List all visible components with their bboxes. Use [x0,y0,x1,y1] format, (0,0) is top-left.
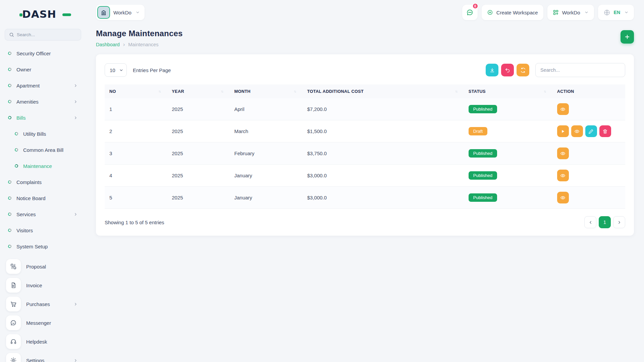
create-workspace-button[interactable]: Create Workspace [482,5,543,20]
view-button[interactable] [557,192,569,203]
cell-year: 2025 [167,187,229,209]
sidebar-item-notice-board[interactable]: Notice Board [5,190,81,206]
pagination-next-button[interactable] [613,216,625,228]
create-workspace-label: Create Workspace [496,10,538,15]
column-header-no[interactable]: NO↑↓ [105,84,167,98]
search-icon [9,32,14,37]
sidebar-item-visitors[interactable]: Visitors [5,222,81,238]
messenger-icon-tile [6,315,21,330]
publish-button[interactable] [557,125,569,137]
cell-year: 2025 [167,165,229,187]
sort-icon[interactable]: ↑↓ [294,89,298,93]
building-icon [97,6,110,19]
column-header-year[interactable]: YEAR↑↓ [167,84,229,98]
donut-icon [7,51,12,55]
chevron-down-icon [624,9,629,15]
sidebar-item-security-officer[interactable]: Security Officer [5,45,81,61]
proposal-icon-tile [6,259,21,274]
table-footer: Showing 1 to 5 of 5 entries 1 [105,216,625,228]
sort-icon[interactable]: ↑↓ [221,89,225,93]
cell-cost: $3,750.0 [303,142,464,165]
sidebar-item-label: Settings [26,358,44,362]
reload-button[interactable] [517,64,529,76]
sidebar-item-system-setup[interactable]: System Setup [5,238,81,254]
view-button[interactable] [571,125,583,137]
cell-year: 2025 [167,142,229,165]
app-menu-button[interactable]: WorkDo [547,5,594,20]
eye-icon [560,151,566,156]
view-button[interactable] [557,170,569,181]
cell-cost: $1,500.0 [303,120,464,142]
donut-icon [7,228,12,232]
pagination-page-1-button[interactable]: 1 [599,216,611,228]
edit-button[interactable] [585,125,597,137]
status-badge: Published [469,171,497,180]
table-row: 12025April$7,200.0Published [105,98,625,120]
sidebar-item-proposal[interactable]: Proposal [5,257,81,276]
sidebar-item-settings[interactable]: Settings [5,351,81,362]
sort-icon[interactable]: ↑↓ [544,89,548,93]
workspace-switcher[interactable]: WorkDo [96,5,145,20]
refresh-icon [520,67,526,73]
page-head: Manage Maintenances Dashboard › Maintena… [96,29,634,48]
donut-icon [7,180,12,184]
sidebar-search-input[interactable] [17,32,77,37]
sidebar-item-services[interactable]: Services [5,206,81,222]
view-button[interactable] [557,147,569,159]
sidebar-item-complaints[interactable]: Complaints [5,174,81,190]
cart-icon [10,301,17,307]
table-search-input[interactable] [535,63,625,77]
sidebar-item-apartment[interactable]: Apartment [5,77,81,94]
play-icon [560,129,566,134]
breadcrumb: Dashboard › Maintenances [96,42,183,48]
donut-icon [7,115,12,120]
sort-icon[interactable]: ↑↓ [455,89,459,93]
sidebar-item-helpdesk[interactable]: Helpdesk [5,332,81,351]
language-selector[interactable]: EN [598,5,634,20]
sort-icon[interactable]: ↑↓ [158,89,162,93]
reset-button[interactable] [501,64,514,76]
column-header-month[interactable]: MONTH↑↓ [229,84,302,98]
messages-button[interactable]: 0 [462,5,478,20]
entries-per-page-select[interactable]: 10 [105,63,127,77]
cell-month: January [229,165,302,187]
sidebar-item-maintenance[interactable]: Maintenance [5,158,81,174]
chevron-down-icon [584,9,589,15]
chat-icon [466,9,474,16]
logo-dot-icon [19,13,22,16]
sidebar-item-label: Common Area Bill [23,147,63,153]
sidebar-item-purchases[interactable]: Purchases [5,295,81,313]
status-badge: Published [469,193,497,202]
chevron-right-icon [73,100,78,104]
sidebar-item-label: Owner [16,67,31,72]
plus-icon [624,34,630,40]
eye-icon [560,107,566,112]
add-maintenance-button[interactable] [621,30,634,44]
sidebar-item-utility-bills[interactable]: Utility Bills [5,126,81,142]
brand-logo[interactable]: DASH [22,8,66,21]
view-button[interactable] [557,103,569,115]
column-header-total-additional-cost[interactable]: TOTAL ADDITIONAL COST↑↓ [303,84,464,98]
column-header-status[interactable]: STATUS↑↓ [464,84,552,98]
delete-button[interactable] [599,125,611,137]
export-button[interactable] [486,64,498,76]
sidebar-item-owner[interactable]: Owner [5,61,81,77]
maintenances-table: NO↑↓YEAR↑↓MONTH↑↓TOTAL ADDITIONAL COST↑↓… [105,84,625,209]
sidebar-item-messenger[interactable]: Messenger [5,313,81,332]
sidebar-item-amenities[interactable]: Amenities [5,94,81,110]
showing-entries-text: Showing 1 to 5 of 5 entries [105,220,164,225]
pagination-prev-button[interactable] [584,216,596,228]
globe-icon [603,9,610,16]
sidebar-item-label: Complaints [16,179,42,185]
app-root: DASH Security OfficerOwnerApartmentAmeni… [0,0,644,362]
chevron-right-icon [617,220,622,225]
donut-icon [14,147,18,152]
sidebar-item-common-area-bill[interactable]: Common Area Bill [5,142,81,158]
sidebar-item-invoice[interactable]: Invoice [5,276,81,295]
breadcrumb-current: Maintenances [128,42,158,47]
pencil-icon [588,129,594,134]
table-row: 22025March$1,500.0Draft [105,120,625,142]
sidebar-item-bills[interactable]: Bills [5,110,81,126]
breadcrumb-dashboard-link[interactable]: Dashboard [96,42,120,47]
pagination: 1 [584,216,625,228]
